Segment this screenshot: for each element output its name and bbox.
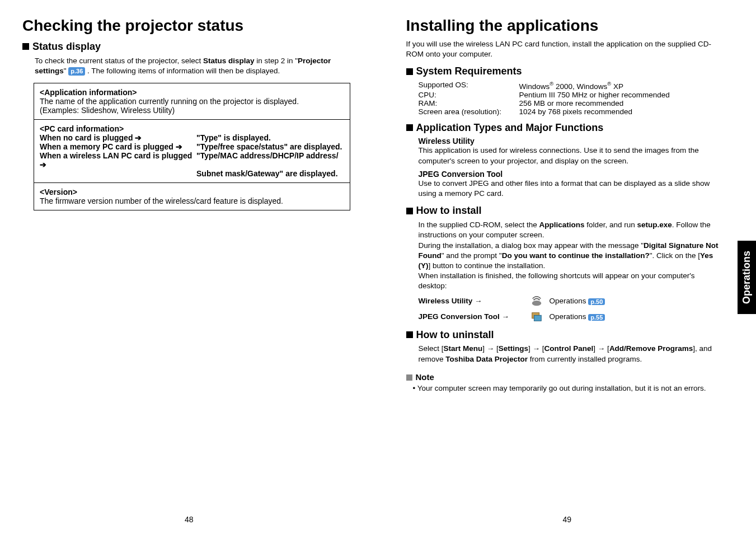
page-number-right: 49: [378, 515, 757, 524]
note-list: Your computer screen may temporarily go …: [406, 384, 723, 392]
install-paragraph: In the supplied CD-ROM, select the Appli…: [419, 220, 723, 292]
square-bullet-icon: [406, 208, 413, 214]
version-body: The firmware version number of the wirel…: [40, 196, 344, 205]
uninstall-paragraph: Select [Start Menu] → [Settings] → [Cont…: [419, 344, 723, 364]
page-title-right: Installing the applications: [406, 17, 723, 35]
page-ref-badge: p.36: [68, 67, 85, 76]
shortcut-wireless: Wireless Utility → Operations p.50: [419, 295, 723, 307]
jpeg-conversion-icon: [530, 311, 543, 323]
app-info-title: <Application information>: [40, 88, 344, 97]
uninstall-heading: How to uninstall: [406, 329, 723, 341]
wireless-utility-icon: [530, 295, 543, 307]
pc-card-title: <PC card information>: [40, 124, 344, 133]
right-page: Installing the applications If you will …: [378, 0, 757, 534]
install-heading: How to install: [406, 204, 723, 217]
divider: [34, 182, 350, 183]
sysreq-table: Supported OS:Windows® 2000, Windows® XP …: [419, 81, 723, 116]
install-intro: If you will use the wireless LAN PC card…: [406, 39, 723, 59]
square-bullet-icon: [406, 68, 413, 75]
shortcut-jpeg: JPEG Conversion Tool → Operations p.55: [419, 311, 723, 323]
apptype-block: Wireless Utility This application is use…: [419, 137, 723, 199]
app-info-body: The name of the application currently ru…: [40, 97, 344, 115]
page-title-left: Checking the projector status: [22, 17, 350, 35]
page-number-left: 48: [0, 515, 378, 524]
status-display-heading: Status display: [22, 40, 350, 53]
side-tab-operations: Operations: [738, 241, 756, 314]
square-bullet-icon: [22, 43, 29, 50]
left-page: Checking the projector status Status dis…: [0, 0, 378, 534]
svg-point-0: [532, 301, 541, 306]
page-spread: Checking the projector status Status dis…: [0, 0, 756, 534]
square-grey-bullet-icon: [406, 374, 412, 381]
pc-card-rows: When no card is plugged ➔"Type" is displ…: [40, 133, 344, 178]
divider: [34, 119, 350, 120]
note-heading: Note: [406, 372, 723, 382]
page-ref-badge: p.50: [588, 298, 605, 305]
status-intro-text: To check the current status of the proje…: [35, 56, 350, 76]
square-bullet-icon: [406, 331, 413, 338]
info-box: <Application information> The name of th…: [34, 83, 350, 210]
sysreq-heading: System Requirements: [406, 65, 723, 77]
square-bullet-icon: [406, 124, 413, 131]
version-title: <Version>: [40, 188, 344, 196]
svg-rect-2: [534, 315, 541, 321]
note-item: Your computer screen may temporarily go …: [413, 384, 723, 392]
apptypes-heading: Application Types and Major Functions: [406, 121, 723, 134]
page-ref-badge: p.55: [588, 314, 605, 321]
